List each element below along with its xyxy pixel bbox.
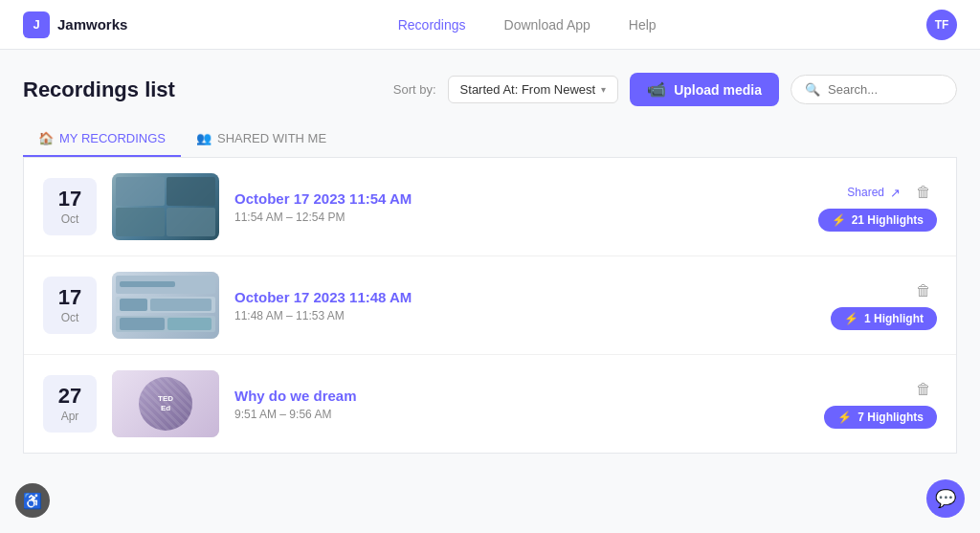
- recording-info-3: Why do we dream 9:51 AM – 9:56 AM: [234, 388, 809, 421]
- share-icon[interactable]: ↗: [890, 186, 901, 200]
- nav-help[interactable]: Help: [629, 17, 657, 33]
- recording-time-3: 9:51 AM – 9:56 AM: [234, 408, 809, 421]
- user-avatar[interactable]: TF: [926, 10, 957, 40]
- tab-my-recordings[interactable]: 🏠 MY RECORDINGS: [23, 122, 181, 157]
- delete-button-1[interactable]: 🗑: [910, 182, 937, 203]
- tabs: 🏠 MY RECORDINGS 👥 SHARED WITH ME: [23, 122, 957, 158]
- recording-time-2: 11:48 AM – 11:53 AM: [234, 309, 815, 322]
- recording-actions-2: 🗑 ⚡ 1 Highlight: [831, 280, 937, 330]
- highlights-count-3: 7 Highlights: [858, 411, 924, 424]
- recording-title-2[interactable]: October 17 2023 11:48 AM: [234, 289, 815, 305]
- bolt-icon-3: ⚡: [837, 411, 852, 424]
- search-input[interactable]: [828, 82, 943, 97]
- highlights-badge-2[interactable]: ⚡ 1 Highlight: [831, 307, 937, 330]
- date-badge-3: 27 Apr: [43, 375, 97, 433]
- page-content: Recordings list Sort by: Started At: Fro…: [0, 50, 980, 454]
- date-badge-1: 17 Oct: [43, 178, 97, 235]
- logo-icon: J: [23, 11, 50, 38]
- recording-thumbnail-3[interactable]: TEDEd: [112, 370, 219, 437]
- tab-my-recordings-label: MY RECORDINGS: [59, 131, 166, 145]
- recording-time-1: 11:54 AM – 12:54 PM: [234, 211, 803, 224]
- delete-button-3[interactable]: 🗑: [910, 379, 937, 400]
- navbar-links: Recordings Download App Help: [398, 17, 657, 33]
- table-row: 17 Oct: [24, 256, 956, 355]
- search-icon: 🔍: [805, 82, 820, 97]
- home-icon: 🏠: [38, 131, 54, 145]
- recording-thumbnail-1[interactable]: [112, 173, 219, 240]
- date-day-1: 17: [58, 188, 81, 211]
- bolt-icon-2: ⚡: [844, 312, 858, 325]
- highlights-badge-3[interactable]: ⚡ 7 Highlights: [824, 406, 937, 429]
- brand-name: Jamworks: [57, 16, 127, 33]
- brand: J Jamworks: [23, 11, 127, 38]
- nav-download[interactable]: Download App: [504, 17, 590, 33]
- recording-info-2: October 17 2023 11:48 AM 11:48 AM – 11:5…: [234, 289, 815, 322]
- table-row: 27 Apr TEDEd Why do we dream 9:51 AM – 9…: [24, 355, 956, 453]
- chevron-down-icon: ▾: [601, 84, 606, 95]
- upload-media-button[interactable]: 📹 Upload media: [630, 73, 779, 106]
- date-day-3: 27: [58, 385, 81, 408]
- highlights-count-2: 1 Highlight: [864, 312, 924, 325]
- tab-shared-with-me[interactable]: 👥 SHARED WITH ME: [181, 122, 342, 157]
- highlights-badge-1[interactable]: ⚡ 21 Highlights: [818, 209, 937, 232]
- recording-title-1[interactable]: October 17 2023 11:54 AM: [234, 190, 803, 207]
- delete-button-2[interactable]: 🗑: [910, 280, 937, 301]
- navbar: J Jamworks Recordings Download App Help …: [0, 0, 980, 50]
- recording-thumbnail-2[interactable]: [112, 272, 219, 339]
- sort-value: Started At: From Newest: [460, 82, 596, 97]
- page-title: Recordings list: [23, 78, 175, 102]
- navbar-right: TF: [926, 10, 957, 40]
- search-box: 🔍: [791, 75, 957, 104]
- shared-badge: Shared ↗: [847, 186, 901, 200]
- date-badge-2: 17 Oct: [43, 277, 97, 334]
- people-icon: 👥: [196, 131, 212, 145]
- nav-recordings[interactable]: Recordings: [398, 17, 466, 33]
- recording-info-1: October 17 2023 11:54 AM 11:54 AM – 12:5…: [234, 190, 803, 224]
- shared-label: Shared: [847, 186, 884, 199]
- upload-label: Upload media: [674, 82, 762, 98]
- date-month-1: Oct: [61, 212, 79, 226]
- recording-title-3[interactable]: Why do we dream: [234, 388, 809, 404]
- recording-actions-1: Shared ↗ 🗑 ⚡ 21 Highlights: [818, 182, 937, 232]
- sort-dropdown[interactable]: Started At: From Newest ▾: [448, 76, 619, 103]
- sort-label: Sort by:: [393, 82, 436, 97]
- page-header: Recordings list Sort by: Started At: Fro…: [23, 73, 957, 106]
- recording-actions-3: 🗑 ⚡ 7 Highlights: [824, 379, 937, 429]
- header-controls: Sort by: Started At: From Newest ▾ 📹 Upl…: [393, 73, 957, 106]
- date-month-3: Apr: [61, 410, 79, 423]
- table-row: 17 Oct October 17 2023 11:54 AM 11:54 AM…: [24, 158, 956, 256]
- date-day-2: 17: [58, 286, 81, 309]
- tab-shared-label: SHARED WITH ME: [217, 131, 326, 145]
- date-month-2: Oct: [61, 311, 79, 324]
- bolt-icon-1: ⚡: [832, 213, 846, 227]
- recordings-list: 17 Oct October 17 2023 11:54 AM 11:54 AM…: [23, 158, 957, 454]
- highlights-count-1: 21 Highlights: [852, 213, 924, 227]
- camera-icon: 📹: [647, 80, 666, 99]
